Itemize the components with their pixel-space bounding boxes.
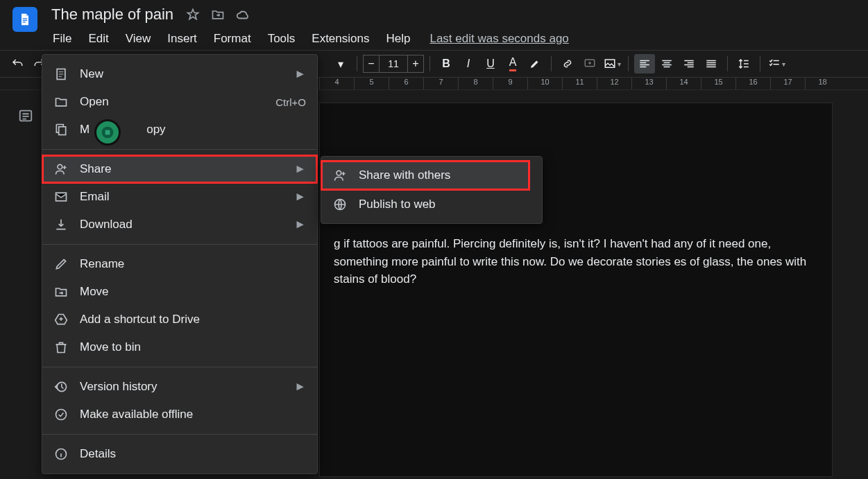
ruler-tick: 17 bbox=[770, 78, 805, 89]
menu-make-available-offline-label: Make available offline bbox=[80, 408, 193, 421]
toolbar-separator bbox=[551, 56, 552, 71]
menu-details[interactable]: Details bbox=[42, 440, 317, 468]
show-outline-button[interactable] bbox=[14, 104, 37, 128]
person-add-icon bbox=[53, 162, 69, 177]
title-area: The maple of pain File Edit View Insert … bbox=[49, 4, 569, 49]
last-edit-link[interactable]: Last edit was seconds ago bbox=[429, 32, 568, 46]
docs-logo[interactable] bbox=[12, 7, 37, 32]
menu-insert[interactable]: Insert bbox=[160, 29, 204, 49]
menu-file[interactable]: File bbox=[46, 29, 78, 49]
font-size-increase[interactable]: + bbox=[407, 55, 424, 73]
document-body-text[interactable]: g if tattoos are painful. Piercing defin… bbox=[334, 235, 818, 288]
folder-icon bbox=[53, 94, 69, 110]
toolbar-separator bbox=[727, 56, 728, 71]
menu-make-a-copy[interactable]: M opy bbox=[42, 116, 317, 143]
align-left-button[interactable] bbox=[634, 54, 655, 73]
menu-details-label: Details bbox=[80, 447, 116, 461]
italic-button[interactable]: I bbox=[458, 54, 479, 73]
chevron-right-icon: ► bbox=[294, 190, 306, 204]
undo-button[interactable] bbox=[7, 54, 28, 73]
menu-version-history[interactable]: Version history ► bbox=[42, 373, 317, 401]
menu-tools[interactable]: Tools bbox=[261, 29, 303, 49]
submenu-share-with-others-label: Share with others bbox=[359, 168, 450, 182]
cloud-status-icon[interactable] bbox=[235, 6, 251, 23]
menu-share-label: Share bbox=[80, 162, 111, 176]
menu-edit[interactable]: Edit bbox=[81, 29, 115, 49]
document-title[interactable]: The maple of pain bbox=[49, 4, 176, 25]
docs-icon bbox=[18, 10, 32, 28]
highlight-button[interactable] bbox=[525, 54, 545, 73]
font-dropdown-arrow[interactable]: ▾ bbox=[330, 54, 351, 73]
svg-rect-1 bbox=[23, 20, 28, 21]
add-comment-button[interactable] bbox=[579, 54, 600, 73]
menu-separator bbox=[42, 434, 317, 435]
submenu-share-with-others[interactable]: Share with others bbox=[321, 161, 529, 190]
ruler-tick: 12 bbox=[597, 78, 631, 89]
menu-email[interactable]: Email ► bbox=[42, 183, 317, 211]
svg-point-15 bbox=[337, 171, 341, 175]
svg-rect-0 bbox=[23, 18, 28, 19]
ruler-tick: 7 bbox=[423, 78, 458, 89]
font-size-decrease[interactable]: − bbox=[363, 55, 380, 73]
toolbar-separator bbox=[760, 56, 760, 71]
menu-make-available-offline[interactable]: Make available offline bbox=[42, 401, 317, 428]
chevron-right-icon: ► bbox=[294, 162, 306, 176]
ruler-ticks: 4 5 6 7 8 9 10 11 12 13 14 15 16 17 18 bbox=[319, 78, 861, 89]
underline-button[interactable]: U bbox=[480, 54, 501, 73]
menu-share[interactable]: Share ► bbox=[42, 155, 317, 183]
menu-make-a-copy-prefix: M bbox=[80, 123, 90, 137]
menu-format[interactable]: Format bbox=[207, 29, 258, 49]
ruler-tick: 9 bbox=[493, 78, 527, 89]
menu-view[interactable]: View bbox=[119, 29, 158, 49]
bold-button[interactable]: B bbox=[436, 54, 457, 73]
menu-version-history-label: Version history bbox=[80, 380, 158, 394]
collaborator-avatar[interactable] bbox=[94, 119, 121, 146]
offline-check-icon bbox=[53, 407, 69, 422]
download-icon bbox=[53, 217, 69, 232]
ruler-tick: 16 bbox=[735, 78, 770, 89]
checklist-button[interactable]: ▾ bbox=[766, 54, 787, 73]
menu-add-shortcut[interactable]: Add a shortcut to Drive bbox=[42, 306, 317, 333]
copy-icon bbox=[53, 122, 69, 137]
header: The maple of pain File Edit View Insert … bbox=[0, 0, 868, 50]
svg-rect-2 bbox=[23, 21, 26, 22]
font-size-value[interactable]: 11 bbox=[380, 55, 407, 73]
menu-move-label: Move bbox=[80, 285, 109, 299]
svg-rect-14 bbox=[105, 130, 110, 135]
trash-icon bbox=[53, 340, 69, 355]
menu-extensions[interactable]: Extensions bbox=[305, 29, 376, 49]
ruler-tick: 15 bbox=[701, 78, 735, 89]
align-center-button[interactable] bbox=[656, 54, 677, 73]
toolbar-separator bbox=[429, 56, 430, 71]
info-icon bbox=[53, 446, 69, 462]
menu-move-to-bin[interactable]: Move to bin bbox=[42, 333, 317, 361]
align-justify-button[interactable] bbox=[701, 54, 722, 73]
globe-icon bbox=[332, 197, 348, 212]
submenu-publish-to-web[interactable]: Publish to web bbox=[321, 190, 542, 219]
insert-image-button[interactable]: ▾ bbox=[602, 54, 622, 73]
star-icon[interactable] bbox=[185, 6, 201, 23]
menu-make-a-copy-suffix: opy bbox=[146, 123, 165, 137]
font-size-group: − 11 + bbox=[363, 55, 424, 73]
menu-download[interactable]: Download ► bbox=[42, 211, 317, 238]
history-icon bbox=[53, 379, 69, 394]
ruler-tick: 10 bbox=[527, 78, 562, 89]
menu-help[interactable]: Help bbox=[379, 29, 417, 49]
insert-link-button[interactable] bbox=[557, 54, 578, 73]
chevron-right-icon: ► bbox=[294, 380, 306, 394]
menu-rename[interactable]: Rename bbox=[42, 250, 317, 278]
person-add-icon bbox=[332, 168, 348, 183]
menu-open-label: Open bbox=[80, 95, 109, 109]
text-color-button[interactable]: A bbox=[502, 54, 523, 73]
menu-move[interactable]: Move bbox=[42, 278, 317, 306]
line-spacing-button[interactable] bbox=[733, 54, 754, 73]
align-right-button[interactable] bbox=[679, 54, 699, 73]
chevron-right-icon: ► bbox=[294, 218, 306, 232]
chevron-right-icon: ► bbox=[294, 67, 306, 81]
menu-new[interactable]: New ► bbox=[42, 60, 317, 88]
menu-open[interactable]: Open Ctrl+O bbox=[42, 88, 317, 116]
move-folder-icon[interactable] bbox=[210, 6, 226, 23]
menubar: File Edit View Insert Format Tools Exten… bbox=[46, 29, 569, 49]
menu-email-label: Email bbox=[80, 190, 110, 204]
menu-new-label: New bbox=[80, 67, 103, 81]
